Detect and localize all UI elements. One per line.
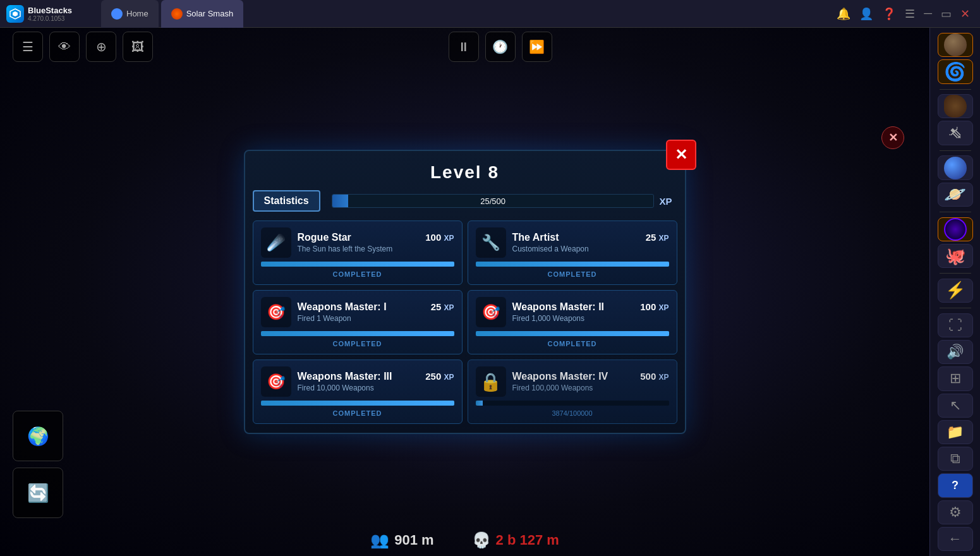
card-progress-bar (261, 401, 454, 406)
card-info: Rogue Star 100 XP The Sun has left the S… (298, 232, 454, 253)
achievement-card-weapons-master-4: 🔒 Weapons Master: IV 500 XP Fired 100,00… (468, 360, 677, 424)
achievement-card-weapons-master-1: 🎯 Weapons Master: I 25 XP Fired 1 Weapon… (253, 290, 463, 354)
sidebar-icon-squid[interactable]: 🐙 (938, 244, 973, 268)
card-icon-weapons-master-4: 🔒 (476, 366, 506, 397)
xp-unit: XP (444, 373, 454, 382)
home-tab[interactable]: Home (101, 0, 159, 28)
sidebar-icon-blackhole[interactable] (938, 217, 973, 241)
card-progress-text: 3874/100000 (476, 409, 669, 417)
card-name: Weapons Master: III (298, 371, 392, 382)
bluestacks-text: BlueStacks 4.270.0.1053 (28, 6, 72, 22)
minimize-icon[interactable]: ─ (924, 7, 932, 20)
card-progress-bar (476, 262, 669, 267)
card-progress-fill (476, 401, 483, 406)
card-top: 🔒 Weapons Master: IV 500 XP Fired 100,00… (476, 366, 669, 397)
achievement-icon: 🔧 (481, 234, 500, 251)
card-desc: Fired 100,000 Weapons (512, 384, 669, 392)
card-xp: 100 XP (425, 232, 454, 243)
sidebar-sound-icon[interactable]: 🔊 (938, 340, 973, 364)
titlebar-tabs: Home Solar Smash (101, 0, 826, 28)
menu-icon[interactable]: ☰ (905, 7, 915, 21)
sidebar-folder-icon[interactable]: 📁 (938, 420, 973, 444)
sidebar-help-badge[interactable]: ? (938, 473, 973, 497)
card-desc: The Sun has left the System (298, 245, 454, 253)
modal-tabs-row: Statistics 25/500 XP (245, 188, 685, 217)
lock-icon: 🔒 (480, 372, 502, 392)
card-progress-fill (261, 262, 454, 267)
sidebar-maximize-icon[interactable]: ⛶ (938, 313, 973, 337)
bs-icon (6, 5, 24, 23)
card-top: 🔧 The Artist 25 XP Customised a Weapon (476, 227, 669, 258)
card-icon-rogue-star: ☄️ (261, 227, 291, 258)
card-top: 🎯 Weapons Master: II 100 XP Fired 1,000 … (476, 297, 669, 327)
card-xp: 25 XP (646, 232, 669, 243)
xp-text: 25/500 (332, 195, 654, 207)
card-title-row: Weapons Master: IV 500 XP (512, 371, 669, 382)
achievement-card-weapons-master-3: 🎯 Weapons Master: III 250 XP Fired 10,00… (253, 360, 463, 424)
card-info: The Artist 25 XP Customised a Weapon (512, 232, 669, 253)
achievement-icon: ☄️ (267, 234, 286, 251)
sidebar-settings-icon[interactable]: ⚙ (938, 500, 973, 524)
outside-close-button[interactable]: ✕ (881, 126, 904, 149)
card-info: Weapons Master: II 100 XP Fired 1,000 We… (512, 301, 669, 323)
xp-unit: XP (658, 234, 668, 243)
card-progress-fill (261, 331, 454, 336)
sidebar-icon-saturn[interactable]: 🪐 (938, 183, 973, 207)
card-title-row: Rogue Star 100 XP (298, 232, 454, 243)
card-status: COMPLETED (261, 409, 454, 417)
xp-unit: XP (658, 373, 668, 382)
card-status: COMPLETED (476, 270, 669, 278)
window-close-icon[interactable]: ✕ (960, 7, 970, 21)
card-progress-bar (476, 401, 669, 406)
achievements-grid: ☄️ Rogue Star 100 XP The Sun has left th… (245, 217, 685, 433)
achievement-card-the-artist: 🔧 The Artist 25 XP Customised a Weapon C… (468, 221, 677, 285)
game-tab[interactable]: Solar Smash (161, 0, 243, 28)
right-sidebar: 🌀 🗡 🪐 🐙 ⚡ ⛶ 🔊 ⊞ ↖ 📁 ⧉ ? ⚙ ← (929, 28, 980, 556)
achievement-card-rogue-star: ☄️ Rogue Star 100 XP The Sun has left th… (253, 221, 463, 285)
card-xp: 500 XP (640, 371, 668, 382)
sidebar-divider-2 (940, 150, 971, 151)
sidebar-copy-icon[interactable]: ⧉ (938, 447, 973, 471)
sidebar-icon-lightning[interactable]: ⚡ (938, 279, 973, 303)
sidebar-icon-planet[interactable] (938, 155, 973, 179)
sidebar-icon-spiral[interactable]: 🌀 (938, 59, 973, 83)
stats-modal: ✕ Level 8 Statistics 25/500 XP (244, 150, 686, 434)
home-tab-icon (111, 8, 123, 20)
achievement-card-weapons-master-2: 🎯 Weapons Master: II 100 XP Fired 1,000 … (468, 290, 677, 354)
help-icon[interactable]: ❓ (882, 7, 896, 21)
card-info: Weapons Master: IV 500 XP Fired 100,000 … (512, 371, 669, 392)
card-name: Weapons Master: I (298, 301, 387, 313)
sidebar-icon-rock[interactable] (938, 94, 973, 118)
modal-overlay: ✕ Level 8 Statistics 25/500 XP (0, 28, 929, 556)
xp-unit: XP (444, 303, 454, 312)
card-top: 🎯 Weapons Master: I 25 XP Fired 1 Weapon (261, 297, 454, 327)
sidebar-icon-asteroid[interactable] (938, 33, 973, 57)
sidebar-icon-knife[interactable]: 🗡 (938, 121, 973, 145)
card-title-row: The Artist 25 XP (512, 232, 669, 243)
xp-bar-track: 25/500 (332, 194, 655, 208)
card-status: COMPLETED (261, 340, 454, 348)
sidebar-back-icon[interactable]: ← (938, 527, 973, 551)
game-tab-icon (171, 8, 183, 20)
sidebar-cursor-icon[interactable]: ↖ (938, 394, 973, 418)
svg-marker-1 (13, 11, 18, 16)
account-icon[interactable]: 👤 (859, 7, 873, 21)
statistics-tab[interactable]: Statistics (253, 190, 320, 212)
card-progress-fill (476, 262, 669, 267)
card-desc: Fired 1 Weapon (298, 314, 454, 323)
card-name: Weapons Master: II (512, 301, 605, 313)
sidebar-divider-3 (940, 212, 971, 212)
restore-icon[interactable]: ▭ (941, 7, 952, 21)
bluestacks-logo: BlueStacks 4.270.0.1053 (0, 5, 101, 23)
card-xp: 100 XP (640, 301, 668, 312)
xp-bar-container: 25/500 XP (327, 194, 677, 208)
card-xp: 25 XP (431, 301, 454, 312)
sidebar-divider-1 (940, 89, 971, 90)
card-top: 🎯 Weapons Master: III 250 XP Fired 10,00… (261, 366, 454, 397)
card-info: Weapons Master: III 250 XP Fired 10,000 … (298, 371, 454, 392)
card-title-row: Weapons Master: III 250 XP (298, 371, 454, 382)
titlebar-controls: 🔔 👤 ❓ ☰ ─ ▭ ✕ (826, 7, 980, 21)
sidebar-grid-icon[interactable]: ⊞ (938, 366, 973, 390)
bell-icon[interactable]: 🔔 (837, 7, 850, 21)
card-title-row: Weapons Master: II 100 XP (512, 301, 669, 313)
